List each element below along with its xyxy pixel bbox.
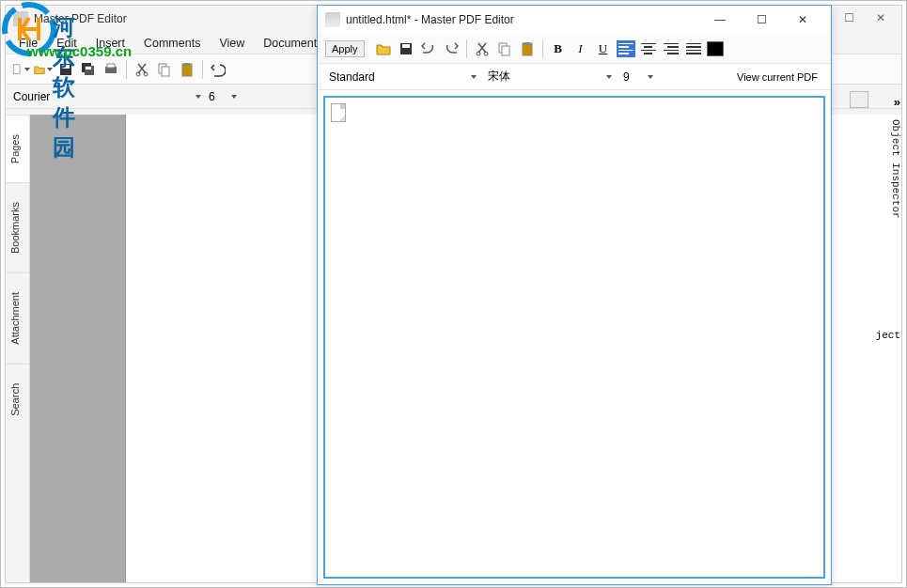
undo-icon[interactable] xyxy=(419,39,438,58)
cut-icon[interactable] xyxy=(133,60,151,79)
underline-button[interactable]: U xyxy=(594,39,613,58)
chevron-down-icon xyxy=(231,95,237,99)
menu-view[interactable]: View xyxy=(210,34,254,53)
undo-icon[interactable] xyxy=(209,60,227,79)
font-family-value: 宋体 xyxy=(488,69,510,85)
chevron-down-icon xyxy=(471,75,477,79)
save-icon[interactable] xyxy=(56,60,75,79)
svg-rect-5 xyxy=(86,67,91,70)
align-center-button[interactable] xyxy=(639,40,658,57)
menu-comments[interactable]: Comments xyxy=(134,34,210,53)
redo-icon[interactable] xyxy=(442,39,461,58)
dialog-title: untitled.html* - Master PDF Editor xyxy=(346,13,699,26)
print-icon[interactable] xyxy=(102,60,120,79)
tab-bookmarks[interactable]: Bookmarks xyxy=(6,182,29,272)
font-size-value: 6 xyxy=(209,90,215,103)
dialog-window-controls: — ☐ ✕ xyxy=(699,7,823,33)
separator xyxy=(466,39,467,58)
svg-rect-13 xyxy=(184,63,190,66)
paste-icon[interactable] xyxy=(518,39,537,58)
dialog-min-button[interactable]: — xyxy=(699,7,741,33)
svg-rect-11 xyxy=(162,67,169,76)
style-value: Standard xyxy=(329,70,375,84)
page-icon xyxy=(331,103,346,122)
editor-content-area[interactable] xyxy=(323,96,825,579)
thumbnail-panel[interactable] xyxy=(30,115,126,582)
svg-rect-16 xyxy=(402,44,410,48)
new-icon[interactable] xyxy=(11,60,30,79)
save-icon[interactable] xyxy=(397,39,415,58)
dialog-toolbar: Apply B I U xyxy=(318,34,831,64)
save-all-icon[interactable] xyxy=(79,60,98,79)
apply-button[interactable]: Apply xyxy=(325,40,365,57)
app-title: Master PDF Editor xyxy=(34,12,127,25)
tab-search[interactable]: Search xyxy=(6,364,29,435)
menu-document[interactable]: Document xyxy=(254,34,326,53)
dialog-font-row: Standard 宋体 9 View current PDF xyxy=(318,64,831,90)
cut-icon[interactable] xyxy=(473,39,492,58)
view-pdf-button[interactable]: View current PDF xyxy=(731,71,823,83)
font-family-select[interactable]: Courier xyxy=(13,90,201,103)
open-icon[interactable] xyxy=(34,60,53,79)
align-right-button[interactable] xyxy=(662,40,680,57)
partial-label: ject xyxy=(876,330,900,341)
svg-rect-2 xyxy=(62,65,70,69)
copy-icon[interactable] xyxy=(155,60,174,79)
copy-icon[interactable] xyxy=(495,39,514,58)
side-tabs: Pages Bookmarks Attachment Search xyxy=(6,115,30,582)
align-justify-button[interactable] xyxy=(684,40,703,57)
separator xyxy=(202,60,203,79)
svg-rect-7 xyxy=(107,64,115,68)
dialog-close-button[interactable]: ✕ xyxy=(782,7,823,33)
object-inspector-tab[interactable]: Object Inspector xyxy=(887,114,904,224)
app-icon xyxy=(13,11,28,26)
align-left-button[interactable] xyxy=(617,40,635,57)
menu-file[interactable]: File xyxy=(9,34,47,53)
svg-rect-20 xyxy=(502,46,509,55)
editor-dialog: untitled.html* - Master PDF Editor — ☐ ✕… xyxy=(317,5,832,585)
italic-button[interactable]: I xyxy=(571,39,590,58)
separator xyxy=(126,60,127,79)
chevron-down-icon xyxy=(648,75,653,79)
bold-button[interactable]: B xyxy=(549,39,568,58)
style-select[interactable]: Standard xyxy=(325,70,480,84)
tab-pages[interactable]: Pages xyxy=(6,115,29,182)
tab-attachment[interactable]: Attachment xyxy=(6,272,29,364)
font-family-value: Courier xyxy=(13,90,50,103)
open-icon[interactable] xyxy=(374,39,393,58)
main-close-button[interactable]: ✕ xyxy=(869,11,892,24)
main-max-button[interactable]: ☐ xyxy=(837,11,860,24)
menu-insert[interactable]: Insert xyxy=(86,34,134,53)
panel-toggle-icon[interactable] xyxy=(850,91,868,108)
dialog-max-button[interactable]: ☐ xyxy=(741,7,782,33)
paste-icon[interactable] xyxy=(178,60,196,79)
svg-rect-0 xyxy=(13,64,20,73)
menu-edit[interactable]: Edit xyxy=(47,34,86,53)
chevron-down-icon xyxy=(195,95,201,99)
chevron-down-icon xyxy=(606,75,612,79)
overflow-chevron-icon[interactable]: » xyxy=(894,95,900,109)
separator xyxy=(542,39,543,58)
svg-rect-22 xyxy=(524,42,530,45)
dialog-titlebar[interactable]: untitled.html* - Master PDF Editor — ☐ ✕ xyxy=(318,6,831,34)
font-size-value: 9 xyxy=(623,70,630,84)
font-family-select[interactable]: 宋体 xyxy=(484,69,616,85)
dialog-icon xyxy=(325,12,340,27)
font-size-select[interactable]: 9 xyxy=(619,70,657,84)
font-size-select[interactable]: 6 xyxy=(209,90,237,103)
color-swatch[interactable] xyxy=(707,41,724,56)
